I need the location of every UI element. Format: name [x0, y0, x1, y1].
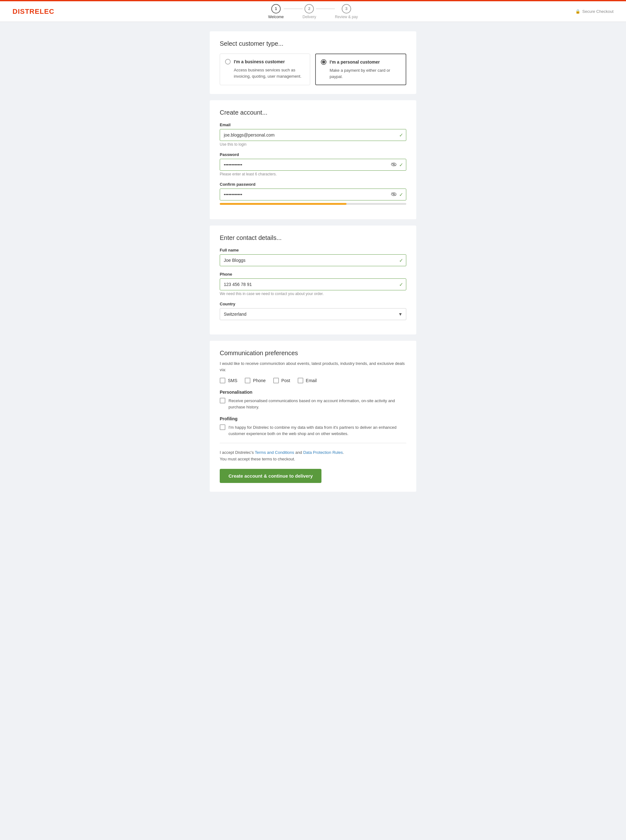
fullname-field-group: Full name ✓ [220, 248, 406, 266]
confirm-password-check-icon: ✓ [399, 192, 403, 197]
step-1-circle: 1 [271, 4, 281, 14]
terms-after: . [343, 450, 344, 455]
email-check-icon: ✓ [399, 132, 403, 138]
step-line-2 [316, 8, 335, 9]
confirm-password-eye-icon[interactable] [391, 192, 397, 197]
post-checkbox[interactable] [273, 378, 279, 383]
lock-icon: 🔒 [575, 9, 580, 14]
business-customer-card[interactable]: I'm a business customer Access business … [220, 53, 310, 85]
fullname-input-wrapper: ✓ [220, 254, 406, 266]
comm-channels-row: SMS Phone Post Email [220, 378, 406, 383]
email-label: Email [220, 122, 406, 127]
phone-checkbox[interactable] [245, 378, 250, 383]
phone-input-wrapper: ✓ [220, 279, 406, 290]
logo: DISTRELEC [13, 8, 55, 16]
create-account-section: Create account... Email ✓ Use this to lo… [210, 100, 416, 219]
post-label: Post [282, 378, 290, 383]
personal-label: I'm a personal customer [330, 60, 380, 64]
phone-hint: We need this in case we need to contact … [220, 291, 406, 296]
post-checkbox-item[interactable]: Post [273, 378, 290, 383]
phone-input[interactable] [220, 279, 406, 290]
step-3-label: Review & pay [335, 15, 358, 19]
contact-details-section: Enter contact details... Full name ✓ Pho… [210, 226, 416, 334]
email-input-wrapper: ✓ [220, 129, 406, 141]
checkout-steps: 1 Welcome 2 Delivery 3 Review & pay [268, 4, 358, 19]
step-1-label: Welcome [268, 15, 284, 19]
terms-before: I accept Distrelec's [220, 450, 255, 455]
password-check-icon: ✓ [399, 162, 403, 168]
personalisation-block: Receive personalised communications base… [220, 398, 406, 410]
business-radio[interactable] [225, 59, 231, 64]
customer-type-options: I'm a business customer Access business … [220, 53, 406, 85]
comm-pref-section: Communication preferences I would like t… [210, 341, 416, 492]
email-checkbox[interactable] [298, 378, 303, 383]
personalisation-checkbox[interactable] [220, 398, 225, 403]
business-label: I'm a business customer [234, 59, 285, 64]
confirm-password-input-wrapper: ✓ [220, 188, 406, 201]
country-select[interactable]: Switzerland Germany France United Kingdo… [220, 308, 406, 320]
country-field-group: Country Switzerland Germany France Unite… [220, 302, 406, 320]
profiling-checkbox[interactable] [220, 425, 225, 430]
password-icons: ✓ [391, 162, 403, 168]
personal-customer-card[interactable]: I'm a personal customer Make a payment b… [315, 53, 406, 85]
email-icons: ✓ [399, 132, 403, 138]
email-checkbox-item[interactable]: Email [298, 378, 317, 383]
header: DISTRELEC 1 Welcome 2 Delivery 3 Review … [0, 0, 626, 22]
confirm-password-icons: ✓ [391, 192, 403, 197]
fullname-check-icon: ✓ [399, 257, 403, 263]
comm-pref-title: Communication preferences [220, 349, 406, 357]
email-label: Email [306, 378, 317, 383]
contact-details-title: Enter contact details... [220, 234, 406, 241]
step-welcome: 1 Welcome [268, 4, 284, 19]
terms-conditions-link[interactable]: Terms and Conditions [255, 450, 294, 455]
phone-field-group: Phone ✓ We need this in case we need to … [220, 272, 406, 296]
sms-checkbox-item[interactable]: SMS [220, 378, 237, 383]
phone-icons: ✓ [399, 282, 403, 287]
terms-text: I accept Distrelec's Terms and Condition… [220, 450, 406, 462]
sms-checkbox[interactable] [220, 378, 225, 383]
fullname-label: Full name [220, 248, 406, 252]
step-line-1 [284, 8, 303, 9]
step-3-circle: 3 [342, 4, 351, 14]
confirm-password-field-group: Confirm password ✓ [220, 182, 406, 205]
password-label: Password [220, 152, 406, 157]
create-account-button[interactable]: Create account & continue to delivery [220, 469, 321, 483]
terms-divider [220, 443, 406, 443]
password-input-wrapper: ✓ [220, 159, 406, 171]
password-input[interactable] [220, 159, 406, 171]
password-eye-icon[interactable] [391, 162, 397, 168]
step-2-label: Delivery [303, 15, 316, 19]
data-protection-link[interactable]: Data Protection Rules [303, 450, 343, 455]
main-content: Select customer type... I'm a business c… [203, 31, 423, 492]
phone-checkbox-item[interactable]: Phone [245, 378, 265, 383]
secure-label: Secure Checkout [582, 9, 613, 14]
create-account-title: Create account... [220, 109, 406, 116]
profiling-block: I'm happy for Distrelec to combine my da… [220, 425, 406, 437]
personal-card-header: I'm a personal customer [321, 59, 401, 65]
customer-type-section: Select customer type... I'm a business c… [210, 31, 416, 94]
terms-between: and [294, 450, 303, 455]
country-label: Country [220, 302, 406, 306]
personalisation-title: Personalisation [220, 390, 406, 395]
email-field-group: Email ✓ Use this to login [220, 122, 406, 147]
phone-label: Phone [253, 378, 265, 383]
profiling-title: Profiling [220, 416, 406, 421]
password-field-group: Password ✓ Please enter at least 6 chara… [220, 152, 406, 176]
confirm-password-input[interactable] [220, 188, 406, 201]
terms-warning: You must accept these terms to checkout. [220, 457, 295, 461]
country-select-wrapper: Switzerland Germany France United Kingdo… [220, 308, 406, 320]
email-input[interactable] [220, 129, 406, 141]
comm-pref-desc: I would like to receive communiction abo… [220, 360, 406, 373]
business-desc: Access business services such as invoici… [225, 67, 305, 79]
fullname-icons: ✓ [399, 257, 403, 263]
fullname-input[interactable] [220, 254, 406, 266]
step-2-circle: 2 [305, 4, 314, 14]
personal-radio[interactable] [321, 59, 327, 65]
business-card-header: I'm a business customer [225, 59, 305, 64]
phone-check-icon: ✓ [399, 282, 403, 287]
personalisation-text: Receive personalised communications base… [228, 398, 406, 410]
password-hint: Please enter at least 6 characters. [220, 172, 406, 176]
customer-type-title: Select customer type... [220, 40, 406, 47]
personal-desc: Make a payment by either card or paypal. [321, 67, 401, 80]
password-strength-fill [220, 203, 346, 205]
